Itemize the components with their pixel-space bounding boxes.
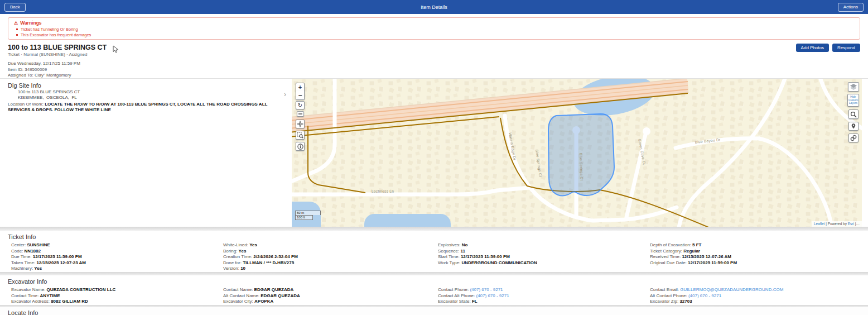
map-pin-icon (850, 123, 857, 130)
contact-phone-link[interactable]: (407) 670 - 9271 (470, 287, 503, 292)
due-date-line: Due Wednesday, 12/17/25 11:59 PM (8, 61, 860, 67)
share-link-button[interactable] (848, 133, 859, 142)
field-excavator-state: Excavator State: FL (438, 299, 650, 305)
field-contact-email: Contact Email: GUILLERMOQ@QUEZADAUNDERGR… (650, 287, 860, 293)
dig-site-address-line1: 100 to 113 BLUE SPRINGS CT (18, 89, 284, 95)
warning-item: Ticket has Tunneling Or Boring (15, 27, 854, 32)
field-due-time: Due Time: 12/17/2025 11:59:00 PM (11, 254, 223, 260)
field-work-type: Work Type: UNDERGROUND COMMUNICATION (438, 260, 650, 266)
field-boring: Boring: Yes (223, 249, 438, 255)
zoom-to-area-button[interactable] (296, 131, 305, 140)
content-row: Dig Site Info 100 to 113 BLUE SPRINGS CT… (0, 78, 868, 227)
crosshair-icon (297, 121, 303, 127)
field-depth: Depth of Excavation: 5 FT (650, 242, 860, 249)
dig-site-panel[interactable]: Dig Site Info 100 to 113 BLUE SPRINGS CT… (0, 79, 292, 227)
contact-email-link[interactable]: GUILLERMOQ@QUEZADAUNDERGROUND.COM (680, 287, 783, 292)
ticket-info-section: Ticket Info Center: SUNSHINE Code: NN188… (0, 231, 868, 272)
map-attribution: Leaflet | Powered by Esri |… (812, 221, 862, 227)
field-excavator-city: Excavator City: APOPKA (223, 299, 438, 305)
leaflet-link[interactable]: Leaflet (814, 222, 825, 226)
ticket-info-heading: Ticket Info (8, 233, 860, 241)
street-label: Lochness Ln (372, 189, 394, 193)
field-taken-time: Taken Time: 12/15/2025 12:07:23 AM (11, 260, 223, 266)
warnings-list: Ticket has Tunneling Or Boring This Exca… (15, 27, 854, 38)
field-received-time: Received Time: 12/15/2025 12:07:26 AM (650, 254, 860, 260)
excavator-info-heading: Excavator Info (8, 278, 860, 285)
field-original-due: Original Due Date: 12/17/2025 11:59:00 P… (650, 260, 860, 266)
field-excavator-address: Excavator Address: 8082 GILLIAM RD (11, 299, 223, 305)
field-contact-name: Contact Name: EDGAR QUEZADA (223, 287, 438, 293)
zoom-out-button[interactable]: − (296, 91, 305, 100)
field-contact-phone: Contact Phone: (407) 670 - 9271 (438, 287, 650, 293)
warnings-title: ⚠Warnings (14, 20, 854, 26)
field-sequence: Sequence: 11 (438, 249, 650, 255)
chevron-right-icon[interactable]: › (284, 91, 286, 98)
assigned-to-line: Assigned To: Clay" Montgomery (8, 73, 860, 79)
reset-view-button[interactable]: ↻ (296, 101, 305, 109)
dig-site-address-line2: KISSIMMEE, OSCEOLA, FL (18, 95, 284, 101)
field-category: Ticket Category: Regular (650, 249, 860, 255)
layers-icon (850, 84, 857, 90)
field-alt-contact-name: Alt Contact Name: EDGAR QUEZADA (223, 293, 438, 299)
item-details-page: Item Details Back Actions ⚠Warnings Tick… (0, 0, 868, 315)
respond-button[interactable]: Respond (832, 44, 860, 52)
field-white-lined: White-Lined: Yes (223, 242, 438, 249)
back-button[interactable]: Back (4, 3, 26, 12)
add-photos-button[interactable]: Add Photos (796, 44, 829, 52)
warning-item: This Excavator has frequent damages (15, 32, 854, 38)
warning-icon: ⚠ (14, 21, 18, 26)
actions-button[interactable]: Actions (838, 3, 864, 12)
ticket-status-line: Ticket · Normal (SUNSHINE) · Assigned (8, 52, 860, 58)
field-version: Version: 10 (223, 266, 438, 272)
top-bar: Item Details Back Actions (0, 0, 868, 14)
info-icon (297, 144, 303, 150)
field-code: Code: NN1882 (11, 249, 223, 255)
field-machinery: Machinery: Yes (11, 266, 223, 272)
hide-custom-layers-button[interactable]: Hide Custom Layers (847, 94, 859, 107)
layers-button[interactable] (848, 82, 859, 92)
ticket-summary: 100 to 113 BLUE SPRINGS CT Ticket · Norm… (0, 40, 868, 78)
search-icon (850, 111, 857, 118)
field-center: Center: SUNSHINE (11, 242, 223, 249)
alt-contact-phone-link[interactable]: (407) 670 - 9271 (688, 293, 721, 298)
map-basemap[interactable]: Waters Edge Dr Blue Springs Ct Blue Spri… (292, 79, 862, 227)
esri-link[interactable]: Esri (848, 222, 854, 226)
link-icon (850, 135, 857, 141)
field-excavator-name: Excavator Name: QUEZADA CONSTRUCTION LLC (11, 287, 223, 293)
warnings-panel: ⚠Warnings Ticket has Tunneling Or Boring… (8, 17, 860, 40)
map-scale: 50 m 100 ft (295, 211, 321, 220)
field-done-for: Done for: TILLMAN / *** D-HBV275 (223, 260, 438, 266)
field-contact-alt-phone: Contact Alt Phone: (407) 670 - 9271 (438, 293, 650, 299)
locate-crosshair-button[interactable] (296, 120, 305, 128)
page-header-title: Item Details (0, 4, 868, 10)
item-id-line: Item ID: 349500009 (8, 67, 860, 73)
marker-tool-button[interactable] (848, 122, 859, 131)
field-explosives: Explosives: No (438, 242, 650, 249)
field-excavator-zip: Excavator Zip: 32703 (650, 299, 860, 305)
excavator-info-section: Excavator Info Excavator Name: QUEZADA C… (0, 275, 868, 305)
dash-icon (298, 113, 302, 114)
field-creation-time: Creation Time: 2/24/2026 2:52:04 PM (223, 254, 438, 260)
contact-alt-phone-link[interactable]: (407) 670 - 9271 (476, 293, 509, 298)
locate-info-section: Locate Info (0, 307, 868, 315)
map[interactable]: Waters Edge Dr Blue Springs Ct Blue Spri… (292, 79, 862, 227)
locate-info-heading: Locate Info (8, 309, 860, 315)
field-start-time: Start Time: 12/17/2025 11:59:00 PM (438, 254, 650, 260)
dig-site-heading: Dig Site Info (8, 82, 284, 89)
scale-imperial: 100 ft (295, 215, 313, 220)
map-search-button[interactable] (848, 109, 859, 119)
section-divider (0, 227, 868, 231)
zoom-box-icon (297, 132, 303, 139)
field-alt-contact-phone: Alt Contact Phone: (407) 670 - 9271 (650, 293, 860, 299)
field-contact-time: Contact Time: ANYTIME (11, 293, 223, 299)
location-of-work: Location Of Work: LOCATE THE R/O/W TO R/… (8, 102, 284, 113)
zoom-in-button[interactable]: + (296, 83, 305, 92)
scale-metric: 50 m (295, 211, 321, 215)
collapse-toolbar-button[interactable] (297, 111, 304, 117)
page-title: 100 to 113 BLUE SPRINGS CT (8, 44, 860, 51)
identify-info-button[interactable] (296, 142, 305, 151)
